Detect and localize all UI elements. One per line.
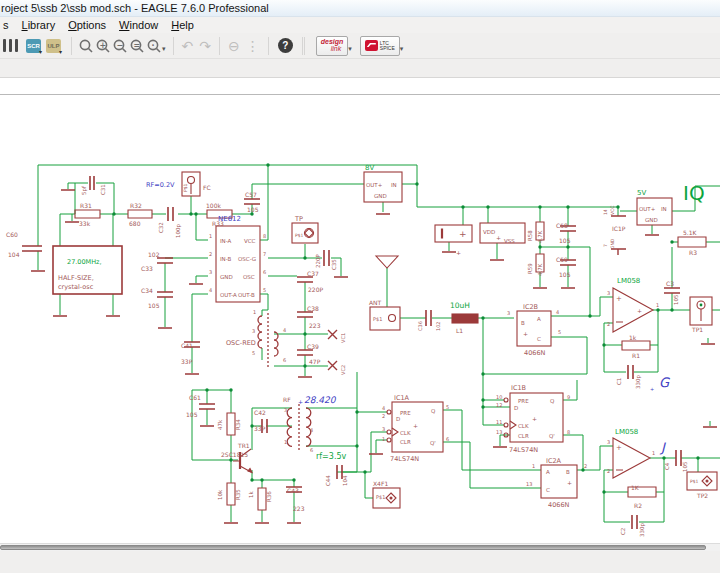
schematic-label: 105 [247,206,259,213]
schematic-label: P$1 [376,494,385,500]
wire-junction-dot [205,388,208,391]
schematic-label: + [298,398,303,405]
schematic-label: + [650,386,654,392]
wire-junction-dot [112,212,115,215]
design-link-label: link [331,45,342,52]
schematic-label: 105 [682,461,688,472]
schematic-label: 6 [263,269,266,275]
schematic-label: 223 [309,322,321,329]
schematic-label: 33P [181,358,193,365]
zoom-fit-button[interactable] [77,37,94,55]
schematic-label: 105 [148,302,160,309]
horizontal-scrollbar[interactable] [0,543,720,551]
schematic-drawing[interactable]: 5pfC31R3133kR32680C32100pRF=0.2VP$1FC100… [0,95,720,543]
wire-junction-dot [415,182,418,185]
schematic-label: RF [283,396,291,403]
schematic-label: 2 [607,468,610,474]
toolbar-separator [173,37,174,55]
schematic-label: 104 [342,475,348,486]
schematic-label: ANT [369,299,382,306]
wire-junction-dot [602,490,605,493]
run-script-button[interactable]: SCR▾ [26,39,41,53]
schematic-label: C42 [254,409,266,416]
wire-junction-dot [461,205,464,208]
wire-junction-dot [696,456,699,459]
schematic-label: IC1B [511,384,526,392]
command-line-input[interactable] [0,78,720,95]
wire-junction-dot [481,398,484,401]
zoom-dropdown-caret[interactable]: ▾ [162,45,166,53]
schematic-label: R1 [632,352,640,359]
schematic-label: 3 [607,290,610,296]
schematic-label: 28.420 [304,395,337,405]
schematic-label: 3 [284,407,287,413]
menu-item-s[interactable]: s [3,18,9,33]
schematic-label: GND [645,217,658,223]
go-button[interactable]: ⋮ [246,39,260,53]
schematic-label: P$1 [295,233,304,238]
schematic-label: CLK [518,423,529,429]
menu-item-help[interactable]: Help [171,18,194,33]
schematic-label: PRE [518,398,529,404]
schematic-canvas[interactable]: 5pfC31R3133kR32680C32100pRF=0.2VP$1FC100… [0,95,720,543]
schematic-label: 27.00MHz, [67,258,102,266]
zoom-select-button[interactable]: · [145,37,162,55]
schematic-label: D [514,405,518,411]
wire-junction-dot [194,212,197,215]
status-bar [0,551,720,573]
wire-junction-dot [355,410,358,413]
schematic-label: 33P [254,425,266,432]
schematic-label: + [637,307,642,314]
schematic-label: 1 [209,233,212,239]
schematic-label: 47P [309,358,321,365]
schematic-label: 3 [252,328,255,334]
design-link-caret[interactable]: ▾ [348,45,352,53]
run-ulp-button[interactable]: ULP▾ [46,39,61,53]
wire-junction-dot [486,205,489,208]
menu-item-options[interactable]: Options [68,18,106,33]
schematic-label: IC2B [523,303,538,311]
redo-button[interactable]: ↷ [199,39,211,53]
stop-button[interactable]: ⊖ [228,39,240,53]
undo-button[interactable]: ↶ [182,39,194,53]
ltc-spice-caret[interactable]: ▾ [400,45,404,53]
schematic-label: VC2 [340,365,346,375]
design-link-button[interactable]: design link [316,36,349,56]
schematic-label: 5V [637,189,646,197]
schematic-label: R35 [235,489,241,500]
schematic-label: IC2A [546,457,562,465]
schematic-label: X4F1 [373,480,388,487]
schematic-label: 10k [217,489,223,500]
schematic-label: TP1 [691,326,703,333]
schematic-label: OUT-A [220,292,237,298]
zoom-redraw-button[interactable]: = [128,37,145,55]
window-titlebar[interactable]: roject 5\ssb 2\ssb mod.sch - EAGLE 7.6.0… [0,0,720,17]
toolbar-separator [268,37,269,55]
schematic-label: 105 [186,411,198,418]
help-button[interactable]: ? [278,38,293,53]
schematic-label: C32 [158,222,164,233]
wire-junction-dot [538,245,541,248]
schematic-label: 330p [635,375,642,389]
schematic-label: 100k [206,202,221,209]
schematic-label: 1 [532,463,535,469]
schematic-label: C44 [325,475,331,486]
toolbar-separator [71,37,72,55]
wire-junction-dot [229,458,232,461]
scr-label: SCR [27,43,40,49]
schematic-label: 3 [209,269,212,275]
menu-item-window[interactable]: Window [119,18,158,33]
scrollbar-handle[interactable] [0,545,706,550]
ltc-spice-button[interactable]: LTCSPICE [360,36,400,56]
schematic-label: + [456,249,461,256]
schematic-label: C57 [245,191,257,198]
schematic-label: LM058 [615,428,638,436]
schematic-label: 5 [446,404,449,410]
schematic-label: R3 [689,249,697,256]
schematic-label: 100p [175,224,182,238]
zoom-out-button[interactable]: − [111,37,128,55]
toolbar-clipped-icon [3,39,18,52]
schematic-label: 12 [496,402,502,408]
zoom-in-button[interactable]: + [94,37,111,55]
menu-item-library[interactable]: Library [22,18,56,33]
